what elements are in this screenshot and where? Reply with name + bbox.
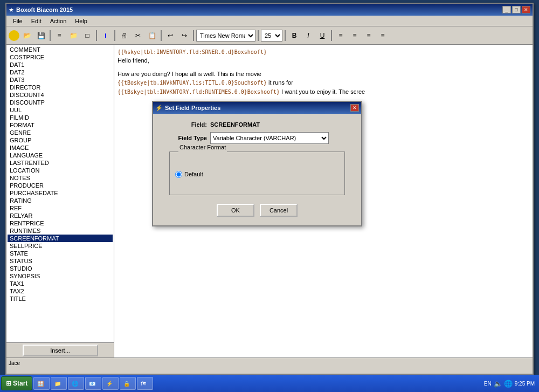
modal-field-label: Field: [164, 121, 207, 128]
modal-field-type-select[interactable]: Variable Character (VARCHAR) Integer Flo… [210, 132, 329, 144]
tray-icon-1: 🔈 [494, 380, 502, 388]
modal-group-box: Character Format Default [169, 148, 345, 195]
modal-field-row: Field: SCREENFORMAT [164, 121, 350, 128]
windows-logo-icon: ⊞ [6, 380, 11, 387]
modal-overlay: ⚡ Set Field Properties ✕ Field: SCREENFO… [6, 4, 533, 374]
taskbar-item-5[interactable]: ⚡ [102, 377, 119, 390]
taskbar-icon-7: 🗺 [141, 381, 146, 387]
modal-field-type-label: Field Type [164, 135, 207, 141]
start-button[interactable]: ⊞ Start [1, 376, 32, 390]
taskbar-icon-6: 🔒 [123, 381, 130, 387]
modal-cancel-button[interactable]: Cancel [260, 204, 298, 217]
taskbar-icon-3: 🌐 [72, 381, 78, 387]
tray-icon-2: 🌐 [504, 380, 513, 388]
start-label: Start [13, 380, 27, 387]
modal-ok-button[interactable]: OK [217, 204, 254, 217]
taskbar-icon-2: 📁 [54, 381, 61, 387]
taskbar-item-4[interactable]: 📧 [85, 377, 101, 390]
taskbar-tray: EN 🔈 🌐 9:25 PM [481, 380, 538, 388]
modal-group-legend: Character Format [178, 144, 227, 150]
tray-time: 9:25 PM [515, 381, 535, 387]
modal-close-button[interactable]: ✕ [350, 104, 359, 112]
modal-buttons: OK Cancel [164, 200, 350, 220]
taskbar-icon-5: ⚡ [106, 381, 113, 387]
modal-title: Set Field Properties [165, 105, 220, 111]
modal-radio-default-label: Default [184, 171, 203, 177]
modal-title-bar: ⚡ Set Field Properties ✕ [153, 102, 361, 114]
modal-title-icon: ⚡ [155, 105, 163, 112]
taskbar-items: 🪟 📁 🌐 📧 ⚡ 🔒 🗺 [33, 377, 480, 390]
taskbar-item-2[interactable]: 📁 [51, 377, 67, 390]
modal-body: Field: SCREENFORMAT Field Type Variable … [153, 114, 361, 225]
modal-radio-default[interactable] [175, 171, 182, 178]
modal-field-type-row: Field Type Variable Character (VARCHAR) … [164, 132, 350, 144]
modal-radio-row: Default [175, 171, 203, 178]
taskbar-icon-1: 🪟 [37, 381, 44, 387]
modal-dialog: ⚡ Set Field Properties ✕ Field: SCREENFO… [152, 101, 362, 226]
taskbar: ⊞ Start 🪟 📁 🌐 📧 ⚡ 🔒 🗺 EN 🔈 🌐 9:25 [0, 375, 539, 392]
taskbar-item-1[interactable]: 🪟 [33, 377, 50, 390]
taskbar-item-7[interactable]: 🗺 [137, 377, 153, 390]
tray-lang: EN [484, 381, 492, 387]
app-window: ★ Boxoft Biacom 2015 _ □ ✕ File Edit Act… [5, 3, 534, 375]
tray-icons: 🔈 🌐 [494, 380, 513, 388]
taskbar-icon-4: 📧 [89, 381, 95, 387]
modal-field-value: SCREENFORMAT [210, 121, 260, 128]
taskbar-item-3[interactable]: 🌐 [68, 377, 84, 390]
taskbar-item-6[interactable]: 🔒 [120, 377, 136, 390]
